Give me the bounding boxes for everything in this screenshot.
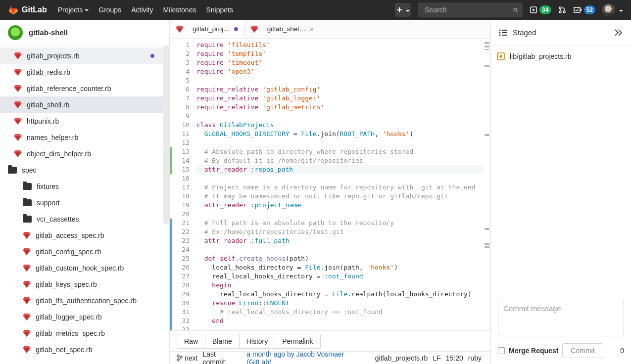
folder-icon bbox=[8, 167, 17, 174]
tree-file[interactable]: object_dirs_helper.rb bbox=[0, 145, 169, 162]
tree-file[interactable]: gitlab_custom_hook_spec.rb bbox=[0, 260, 169, 276]
tree-file[interactable]: gitlab_net_spec.rb bbox=[0, 341, 169, 358]
svg-point-2 bbox=[533, 9, 534, 11]
collapse-icon[interactable] bbox=[613, 29, 623, 37]
merge-request-checkbox[interactable] bbox=[498, 347, 505, 354]
commit-message-box[interactable] bbox=[498, 300, 624, 336]
commit-message-input[interactable] bbox=[503, 304, 619, 332]
raw-button[interactable]: Raw bbox=[177, 334, 205, 349]
ruby-icon bbox=[23, 330, 31, 337]
status-bar: next Last commit: a month ago by Jacob V… bbox=[170, 351, 490, 364]
tree-item-label: gitlab_projects.rb bbox=[27, 52, 80, 60]
tree-file[interactable]: gitlab_keys_spec.rb bbox=[0, 276, 169, 292]
tree-folder[interactable]: support bbox=[0, 194, 169, 211]
commit-panel: Staged lib/gitlab_projects.rb Merge Requ… bbox=[490, 20, 631, 364]
tree-file[interactable]: gitlab_lfs_authentication_spec.rb bbox=[0, 292, 169, 309]
tree-folder[interactable]: spec bbox=[0, 162, 169, 178]
svg-point-7 bbox=[177, 359, 179, 361]
blame-button[interactable]: Blame bbox=[205, 334, 240, 349]
project-header[interactable]: gitlab-shell bbox=[0, 20, 169, 46]
staged-title: Staged bbox=[513, 28, 536, 37]
tree-file[interactable]: names_helper.rb bbox=[0, 129, 169, 145]
ruby-icon bbox=[23, 281, 31, 288]
editor-pane: gitlab_proj…gitlab_shel…× 12345678910111… bbox=[170, 20, 490, 364]
merge-requests-indicator[interactable] bbox=[558, 6, 566, 14]
status-eol: LF bbox=[433, 354, 440, 362]
commit-button[interactable]: Commit bbox=[562, 343, 603, 358]
project-icon bbox=[8, 25, 23, 40]
last-commit-link[interactable]: a month ago by Jacob Vosmaer (GitLab) bbox=[246, 350, 370, 364]
tree-file[interactable]: gitlab_shell.rb bbox=[0, 96, 169, 113]
modified-dot-icon bbox=[150, 54, 154, 58]
tree-file[interactable]: gitlab_projects.rb bbox=[0, 47, 169, 64]
merge-request-label: Merge Request bbox=[509, 347, 558, 355]
ruby-icon bbox=[14, 69, 22, 76]
minimap[interactable] bbox=[484, 39, 490, 330]
nav-projects[interactable]: Projects bbox=[58, 6, 89, 14]
nav-milestones[interactable]: Milestones bbox=[163, 6, 196, 14]
tree-file[interactable]: gitlab_access_spec.rb bbox=[0, 227, 169, 243]
line-number-gutter: 1234567891011121314151617181920212223242… bbox=[172, 39, 194, 330]
tree-file[interactable]: gitlab_logger_spec.rb bbox=[0, 309, 169, 325]
search-input[interactable] bbox=[423, 6, 513, 14]
svg-point-11 bbox=[499, 32, 501, 33]
new-dropdown-button[interactable] bbox=[395, 3, 411, 17]
user-menu[interactable] bbox=[602, 3, 623, 16]
ruby-icon bbox=[14, 101, 22, 108]
svg-rect-14 bbox=[502, 35, 507, 36]
editor-tab[interactable]: gitlab_proj… bbox=[170, 20, 244, 38]
merge-request-icon bbox=[558, 6, 566, 14]
tree-folder[interactable]: fixtures bbox=[0, 178, 169, 194]
nav-activity[interactable]: Activity bbox=[131, 6, 153, 14]
svg-point-6 bbox=[177, 355, 179, 357]
ruby-icon bbox=[23, 314, 31, 320]
header: GitLab Projects Groups Activity Mileston… bbox=[0, 0, 631, 20]
editor-tabs: gitlab_proj…gitlab_shel…× bbox=[170, 20, 490, 39]
folder-icon bbox=[23, 183, 32, 190]
nav-groups[interactable]: Groups bbox=[98, 6, 121, 14]
status-cursor: 15:20 bbox=[446, 354, 463, 362]
brand-name: GitLab bbox=[22, 5, 47, 14]
folder-icon bbox=[23, 199, 32, 206]
ruby-icon bbox=[23, 248, 31, 255]
tree-item-label: fixtures bbox=[37, 182, 59, 190]
status-filename: gitlab_projects.rb bbox=[375, 354, 428, 362]
search-box[interactable] bbox=[418, 2, 523, 17]
tree-item-label: gitlab_shell.rb bbox=[27, 101, 69, 109]
svg-point-13 bbox=[499, 34, 501, 36]
tree-item-label: object_dirs_helper.rb bbox=[27, 150, 91, 158]
tree-item-label: support bbox=[37, 199, 60, 207]
editor-tab[interactable]: gitlab_shel…× bbox=[244, 20, 320, 38]
tree-item-label: vcr_cassettes bbox=[37, 215, 79, 223]
modified-icon bbox=[497, 52, 505, 60]
modified-dot-icon bbox=[234, 27, 238, 31]
staged-file[interactable]: lib/gitlab_projects.rb bbox=[497, 52, 625, 60]
svg-rect-10 bbox=[502, 30, 507, 31]
permalink-button[interactable]: Permalink bbox=[275, 334, 320, 349]
tree-item-label: gitlab_metrics_spec.rb bbox=[36, 329, 105, 337]
ruby-icon bbox=[14, 85, 22, 92]
history-button[interactable]: History bbox=[240, 334, 276, 349]
svg-point-8 bbox=[180, 356, 182, 358]
svg-point-9 bbox=[499, 29, 501, 31]
avatar bbox=[602, 3, 615, 16]
ruby-icon bbox=[14, 118, 22, 125]
blob-toolbar: Raw Blame History Permalink bbox=[170, 330, 490, 351]
close-icon[interactable]: × bbox=[310, 25, 314, 33]
code-editor[interactable]: 1234567891011121314151617181920212223242… bbox=[170, 39, 490, 330]
staged-header: Staged bbox=[491, 20, 631, 46]
tree-file[interactable]: gitlab_redis.rb bbox=[0, 64, 169, 80]
branch-indicator[interactable]: next bbox=[177, 354, 197, 362]
tree-folder[interactable]: vcr_cassettes bbox=[0, 211, 169, 227]
tree-file[interactable]: gitlab_metrics_spec.rb bbox=[0, 325, 169, 341]
tree-file[interactable]: httpunix.rb bbox=[0, 113, 169, 129]
svg-point-0 bbox=[514, 8, 517, 11]
issues-indicator[interactable]: 34 bbox=[530, 5, 551, 14]
tree-file[interactable]: gitlab_config_spec.rb bbox=[0, 243, 169, 260]
issues-count-badge: 34 bbox=[539, 5, 551, 14]
status-lang: ruby bbox=[468, 354, 482, 362]
ruby-icon bbox=[14, 150, 22, 157]
tree-file[interactable]: gitlab_reference_counter.rb bbox=[0, 80, 169, 96]
nav-snippets[interactable]: Snippets bbox=[206, 6, 233, 14]
todos-indicator[interactable]: 52 bbox=[573, 5, 595, 14]
